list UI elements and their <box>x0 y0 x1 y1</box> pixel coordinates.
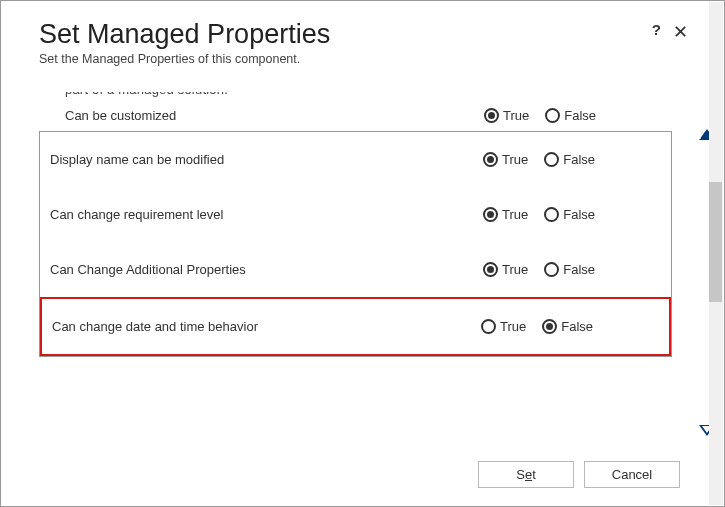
radio-icon <box>542 319 557 334</box>
cancel-button[interactable]: Cancel <box>584 461 680 488</box>
close-icon[interactable]: ✕ <box>667 19 694 45</box>
dialog-title: Set Managed Properties <box>39 19 646 50</box>
radio-true[interactable]: True <box>483 152 540 167</box>
row-label: Can change date and time behavior <box>52 319 481 334</box>
dialog: Set Managed Properties Set the Managed P… <box>1 1 724 506</box>
row-label: Can Change Additional Properties <box>50 262 483 277</box>
row-date-time-behavior: Can change date and time behavior True F… <box>40 297 671 356</box>
radio-false[interactable]: False <box>544 262 607 277</box>
radio-false[interactable]: False <box>542 319 605 334</box>
footer: Set Cancel <box>478 461 680 488</box>
radio-icon <box>483 152 498 167</box>
radio-false[interactable]: False <box>544 207 607 222</box>
radio-icon <box>484 108 499 123</box>
row-label: Display name can be modified <box>50 152 483 167</box>
dialog-subtitle: Set the Managed Properties of this compo… <box>39 52 646 66</box>
header: Set Managed Properties Set the Managed P… <box>39 19 694 96</box>
radio-icon <box>545 108 560 123</box>
radio-false[interactable]: False <box>545 108 608 123</box>
row-requirement-level: Can change requirement level True False <box>40 187 671 242</box>
radio-icon <box>483 207 498 222</box>
radio-true[interactable]: True <box>484 108 541 123</box>
row-label: Can be customized <box>65 108 484 123</box>
radio-false[interactable]: False <box>544 152 607 167</box>
row-display-name: Display name can be modified True False <box>40 132 671 187</box>
truncated-text: part of a managed solution. <box>65 92 672 102</box>
radio-true[interactable]: True <box>483 207 540 222</box>
row-additional-props: Can Change Additional Properties True Fa… <box>40 242 671 297</box>
row-can-be-customized: Can be customized True False <box>39 108 672 129</box>
help-icon[interactable]: ? <box>646 19 667 40</box>
radio-icon <box>481 319 496 334</box>
properties-box: Display name can be modified True False … <box>39 131 672 357</box>
radio-icon <box>544 152 559 167</box>
radio-true[interactable]: True <box>481 319 538 334</box>
set-button[interactable]: Set <box>478 461 574 488</box>
radio-icon <box>544 262 559 277</box>
scrollbar-thumb[interactable] <box>709 182 722 302</box>
row-label: Can change requirement level <box>50 207 483 222</box>
content-area: part of a managed solution. Can be custo… <box>39 96 694 357</box>
radio-icon <box>483 262 498 277</box>
radio-true[interactable]: True <box>483 262 540 277</box>
radio-icon <box>544 207 559 222</box>
outer-scrollbar[interactable] <box>709 2 723 505</box>
